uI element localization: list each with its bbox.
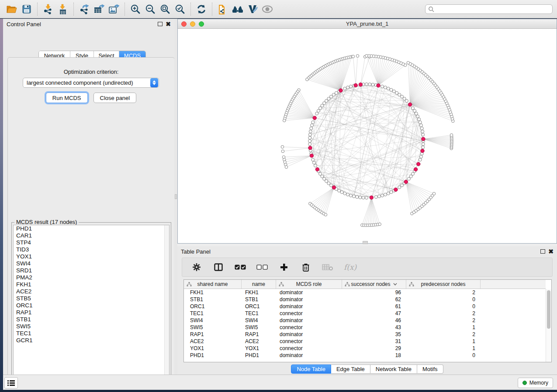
export-network-icon[interactable]: [77, 2, 92, 17]
network-window-titlebar[interactable]: YPA_prune.txt_1: [178, 19, 557, 29]
mcds-result-item[interactable]: GCR1: [14, 337, 169, 344]
network-node[interactable]: [346, 86, 349, 89]
network-node[interactable]: [353, 195, 356, 198]
table-row[interactable]: ORC1ORC1dominator610: [184, 303, 546, 310]
mcds-result-item[interactable]: STP4: [14, 239, 169, 246]
network-node[interactable]: [308, 140, 311, 143]
deselect-all-columns-icon[interactable]: [256, 261, 268, 273]
network-node[interactable]: [381, 85, 384, 88]
network-node[interactable]: [422, 146, 425, 149]
network-dominator-node[interactable]: [308, 146, 312, 150]
column-header-name[interactable]: name: [242, 280, 276, 289]
network-node[interactable]: [311, 121, 315, 124]
network-node[interactable]: [415, 112, 418, 115]
network-node[interactable]: [374, 196, 377, 199]
network-dominator-node[interactable]: [414, 168, 417, 171]
network-dominator-node[interactable]: [310, 154, 313, 157]
network-leaf-node[interactable]: [378, 223, 381, 226]
network-node[interactable]: [422, 143, 425, 146]
scrollbar-thumb[interactable]: [547, 290, 550, 329]
network-node[interactable]: [384, 86, 387, 89]
network-node[interactable]: [371, 83, 374, 86]
column-header-shared-name[interactable]: shared name: [184, 280, 242, 289]
network-canvas[interactable]: [178, 29, 557, 243]
close-panel-icon[interactable]: ✖: [166, 22, 171, 26]
mcds-result-item[interactable]: ORC1: [14, 302, 169, 309]
table-row[interactable]: SWI5SWI5connector431: [184, 324, 546, 331]
delete-column-icon[interactable]: [300, 261, 311, 273]
network-node[interactable]: [412, 107, 415, 110]
table-row[interactable]: FKH1FKH1dominator962: [184, 289, 546, 296]
network-leaf-node[interactable]: [450, 134, 453, 137]
zoom-selected-icon[interactable]: [173, 2, 187, 17]
eye-icon[interactable]: [260, 2, 275, 17]
network-node[interactable]: [317, 109, 320, 112]
network-node[interactable]: [387, 192, 390, 195]
network-node[interactable]: [365, 83, 368, 86]
mcds-result-item[interactable]: STB5: [14, 295, 169, 302]
add-column-icon[interactable]: [278, 261, 290, 273]
tab-edge-table[interactable]: Edge Table: [331, 364, 370, 374]
vertical-splitter[interactable]: [174, 19, 177, 375]
network-dominator-node[interactable]: [313, 116, 316, 120]
network-node[interactable]: [368, 83, 371, 86]
tab-node-table[interactable]: Node Table: [291, 364, 331, 374]
network-dominator-node[interactable]: [377, 84, 380, 87]
network-node[interactable]: [338, 189, 341, 192]
network-node[interactable]: [362, 196, 365, 199]
criterion-dropdown[interactable]: largest connected component (undirected): [23, 78, 159, 88]
import-network-icon[interactable]: [41, 2, 55, 17]
network-dominator-node[interactable]: [354, 83, 357, 87]
network-dominator-node[interactable]: [359, 83, 362, 86]
table-row[interactable]: SWI4SWI4dominator462: [184, 317, 546, 324]
network-node[interactable]: [340, 191, 343, 194]
mcds-result-item[interactable]: PHD1: [14, 225, 169, 232]
tab-network-table[interactable]: Network Table: [370, 364, 417, 374]
network-dominator-node[interactable]: [394, 188, 398, 191]
network-leaf-node[interactable]: [407, 61, 410, 64]
network-node[interactable]: [421, 130, 424, 133]
network-node[interactable]: [419, 155, 422, 158]
network-node[interactable]: [343, 192, 346, 195]
splitter-handle[interactable]: [175, 194, 177, 199]
network-node[interactable]: [308, 133, 311, 136]
network-node[interactable]: [315, 112, 318, 115]
float-panel-icon[interactable]: [158, 22, 163, 26]
tab-motifs[interactable]: Motifs: [417, 364, 443, 374]
network-node[interactable]: [308, 143, 311, 146]
task-history-button[interactable]: [4, 377, 18, 389]
settings-gear-icon[interactable]: [191, 261, 202, 273]
memory-button[interactable]: Memory: [518, 378, 553, 388]
mcds-result-item[interactable]: SRD1: [14, 267, 169, 274]
network-node[interactable]: [310, 127, 313, 130]
show-columns-icon[interactable]: [213, 261, 224, 273]
network-node[interactable]: [418, 118, 421, 121]
network-node[interactable]: [419, 158, 422, 161]
network-leaf-node[interactable]: [356, 55, 359, 58]
network-dominator-node[interactable]: [421, 149, 424, 152]
mcds-result-item[interactable]: CAR1: [14, 232, 169, 239]
network-node[interactable]: [343, 87, 346, 90]
network-node[interactable]: [309, 130, 312, 133]
float-panel-icon[interactable]: [540, 249, 545, 254]
refresh-icon[interactable]: [194, 2, 209, 17]
network-node[interactable]: [359, 196, 362, 199]
network-leaf-node[interactable]: [306, 78, 309, 81]
zoom-in-icon[interactable]: [128, 2, 143, 17]
close-panel-button[interactable]: Close panel: [93, 93, 137, 103]
zoom-fit-icon[interactable]: [158, 2, 173, 17]
network-dominator-node[interactable]: [315, 168, 319, 171]
mcds-result-item[interactable]: STB1: [14, 316, 169, 323]
network-node[interactable]: [308, 136, 311, 139]
search-binoculars-icon[interactable]: [230, 2, 245, 17]
network-node[interactable]: [392, 90, 395, 93]
network-leaf-node[interactable]: [324, 213, 327, 217]
search-field[interactable]: [425, 4, 553, 14]
table-row[interactable]: YOX1YOX1connector291: [184, 345, 546, 352]
network-leaf-node[interactable]: [352, 55, 355, 58]
network-dominator-node[interactable]: [408, 103, 412, 106]
table-row[interactable]: TEC1TEC1connector472: [184, 310, 546, 317]
table-row[interactable]: ACE2ACE2connector311: [184, 338, 546, 345]
network-dominator-node[interactable]: [339, 89, 343, 92]
network-node[interactable]: [390, 191, 393, 194]
